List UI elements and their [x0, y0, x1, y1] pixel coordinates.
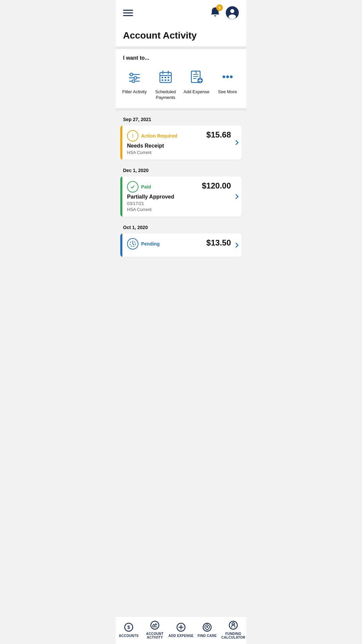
svg-point-28	[226, 75, 229, 78]
divider-1	[116, 46, 246, 49]
card-chevron-1	[234, 125, 242, 160]
svg-text:$: $	[195, 70, 197, 74]
header-right: 9	[209, 6, 239, 19]
svg-point-2	[229, 14, 236, 19]
app-header: 9	[116, 0, 246, 24]
card-amount-3: $13.50	[206, 238, 231, 248]
svg-rect-13	[162, 77, 163, 78]
see-more-label: See More	[218, 89, 237, 95]
svg-point-8	[132, 80, 135, 83]
quick-actions-row: Filter Activity Scheduled Payments	[116, 68, 246, 101]
pending-icon	[127, 238, 138, 250]
filter-activity-button[interactable]: Filter Activity	[119, 68, 149, 95]
svg-rect-15	[168, 77, 169, 78]
date-label-2: Dec 1, 2020	[116, 162, 246, 176]
svg-rect-14	[165, 77, 166, 78]
card-sub-1: HSA Current	[127, 150, 231, 155]
svg-point-29	[230, 75, 233, 78]
action-required-icon: !	[127, 130, 138, 142]
svg-point-1	[230, 9, 234, 13]
svg-rect-16	[162, 79, 163, 81]
card-main-1: Needs Receipt HSA Current	[127, 143, 231, 155]
svg-point-6	[134, 76, 137, 79]
svg-rect-18	[168, 79, 169, 81]
card-top-row-3: Pending $13.50	[127, 238, 231, 250]
i-want-label: I want to...	[116, 55, 246, 61]
card-status-1: ! Action Required	[127, 130, 177, 142]
card-status-2: Paid	[127, 181, 151, 193]
notification-count: 9	[216, 4, 223, 11]
card-amount-1: $15.68	[206, 130, 231, 140]
svg-text:!: !	[132, 133, 134, 139]
status-label-2: Paid	[141, 184, 151, 190]
see-more-button[interactable]: See More	[213, 68, 243, 95]
card-sub-2a: 03/17/21	[127, 201, 231, 206]
page-title-section: Account Activity	[116, 24, 246, 46]
svg-point-4	[130, 73, 133, 76]
card-status-3: Pending	[127, 238, 160, 250]
paid-icon	[127, 181, 138, 193]
add-expense-button[interactable]: $ Add Expense	[181, 68, 212, 95]
add-expense-label: Add Expense	[184, 89, 209, 95]
user-avatar[interactable]	[226, 6, 239, 19]
card-amount-2: $120.00	[202, 181, 231, 191]
add-expense-icon: $	[187, 68, 205, 86]
svg-point-27	[223, 75, 225, 78]
card-body-1: ! Action Required $15.68 Needs Receipt H…	[122, 125, 234, 160]
date-label-1: Sep 27, 2021	[116, 111, 246, 125]
hamburger-menu[interactable]	[123, 10, 133, 16]
i-want-section: I want to... Filter Activity	[116, 49, 246, 108]
filter-icon	[125, 68, 143, 86]
activity-card-3[interactable]: Pending $13.50	[120, 233, 242, 257]
scheduled-payments-button[interactable]: Scheduled Payments	[150, 68, 181, 101]
card-sub-2b: HSA Current	[127, 207, 231, 212]
status-label-1: Action Required	[141, 133, 177, 139]
page-title: Account Activity	[123, 30, 239, 41]
card-desc-2: Partially Approved	[127, 194, 231, 200]
calendar-icon	[157, 68, 175, 86]
divider-2	[116, 108, 246, 111]
card-desc-1: Needs Receipt	[127, 143, 231, 149]
date-label-3: Oct 1, 2020	[116, 219, 246, 233]
status-label-3: Pending	[141, 241, 160, 247]
activity-card-2[interactable]: Paid $120.00 Partially Approved 03/17/21…	[120, 176, 242, 217]
card-top-row-2: Paid $120.00	[127, 181, 231, 193]
card-main-2: Partially Approved 03/17/21 HSA Current	[127, 194, 231, 212]
filter-activity-label: Filter Activity	[122, 89, 147, 95]
activity-list: Sep 27, 2021 ! Action Required $15.68 Ne…	[116, 111, 246, 286]
scheduled-payments-label: Scheduled Payments	[150, 89, 181, 101]
card-body-2: Paid $120.00 Partially Approved 03/17/21…	[122, 176, 234, 217]
activity-card-1[interactable]: ! Action Required $15.68 Needs Receipt H…	[120, 125, 242, 160]
card-chevron-3	[234, 233, 242, 257]
notifications-bell[interactable]: 9	[209, 6, 221, 19]
card-chevron-2	[234, 176, 242, 217]
more-dots-icon	[219, 68, 237, 86]
card-body-3: Pending $13.50	[122, 233, 234, 257]
svg-rect-17	[165, 79, 166, 81]
card-top-row-1: ! Action Required $15.68	[127, 130, 231, 142]
